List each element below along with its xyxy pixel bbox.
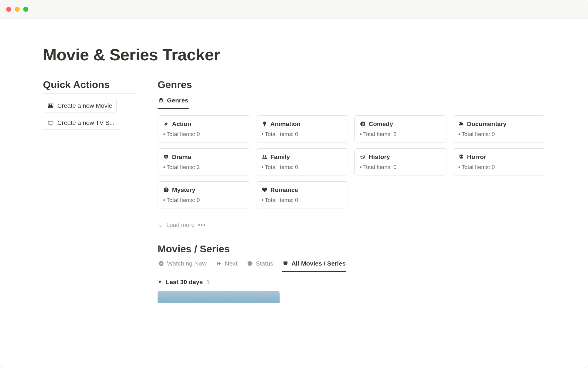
genre-name: Comedy [369, 120, 393, 127]
balloon-icon [262, 121, 268, 127]
genre-name: Family [270, 153, 290, 160]
genre-meta: • Total Items: 2 [360, 131, 441, 137]
mask-icon [163, 154, 169, 160]
genre-name: Documentary [467, 120, 507, 127]
genre-card-comedy[interactable]: Comedy • Total Items: 2 [354, 115, 447, 142]
tab-next[interactable]: Next [216, 257, 238, 272]
genre-meta: • Total Items: 0 [360, 164, 441, 170]
skull-icon [458, 154, 464, 160]
tab-genres-label: Genres [167, 97, 188, 104]
genre-name: Mystery [172, 186, 195, 193]
gallery-card[interactable] [158, 291, 280, 303]
genre-name: Horror [467, 153, 486, 160]
create-tv-series-label: Create a new TV S... [57, 119, 115, 126]
genre-name: Animation [270, 120, 301, 127]
create-movie-button[interactable]: Create a new Movie [43, 99, 117, 112]
camera-icon [458, 121, 464, 127]
genre-name: History [369, 153, 390, 160]
tab-label: Status [256, 260, 273, 267]
main-column: Genres Genres Action [158, 79, 545, 303]
play-icon [158, 261, 164, 266]
mask-icon [283, 261, 288, 266]
genre-card-romance[interactable]: Romance • Total Items: 0 [256, 181, 349, 208]
page-title: Movie & Series Tracker [43, 45, 545, 64]
genre-grid: Action • Total Items: 0 Animation • Tota… [158, 115, 545, 215]
smile-icon [360, 121, 366, 127]
create-tv-series-button[interactable]: Create a new TV S... [43, 116, 122, 130]
genres-section: Genres Genres Action [158, 79, 545, 237]
bolt-icon [163, 121, 169, 127]
load-more-label: Load more [166, 222, 195, 228]
genre-meta: • Total Items: 0 [163, 131, 245, 137]
group-header-last-30-days[interactable]: ▼ Last 30 days 1 [158, 279, 545, 286]
genre-meta: • Total Items: 0 [262, 164, 343, 170]
people-icon [262, 154, 268, 160]
heart-icon [262, 187, 268, 193]
layers-icon [158, 97, 164, 103]
load-more-button[interactable]: Load more ••• [158, 221, 545, 237]
genre-card-mystery[interactable]: Mystery • Total Items: 0 [158, 181, 250, 208]
ellipsis-icon: ••• [198, 222, 206, 228]
tab-label: All Movies / Series [291, 260, 345, 267]
genre-card-history[interactable]: History • Total Items: 0 [354, 148, 447, 175]
page-content: Movie & Series Tracker Quick Actions Cre… [0, 19, 588, 303]
svg-point-0 [248, 261, 252, 266]
tab-all-movies-series[interactable]: All Movies / Series [282, 257, 346, 272]
window-controls [6, 7, 28, 12]
dashed-circle-icon [247, 261, 253, 266]
genre-meta: • Total Items: 0 [458, 164, 540, 170]
quick-actions-section: Quick Actions Create a new Movie Create … [43, 79, 137, 303]
tab-label: Watching Now [167, 260, 207, 267]
tab-genres[interactable]: Genres [158, 94, 189, 109]
genre-card-action[interactable]: Action • Total Items: 0 [158, 115, 250, 142]
genre-name: Romance [270, 186, 298, 193]
create-movie-label: Create a new Movie [57, 102, 112, 109]
tab-status[interactable]: Status [246, 257, 274, 272]
movies-series-heading: Movies / Series [158, 243, 545, 255]
app-window: Movie & Series Tracker Quick Actions Cre… [0, 0, 588, 368]
tab-watching-now[interactable]: Watching Now [158, 257, 207, 272]
caret-down-icon: ▼ [158, 279, 162, 285]
quick-actions-heading: Quick Actions [43, 79, 137, 94]
question-icon [163, 187, 169, 193]
genre-name: Action [172, 120, 191, 127]
movies-tabbar: Watching Now Next Status All Movies [158, 257, 545, 272]
genre-name: Drama [172, 153, 191, 160]
genres-heading: Genres [158, 79, 545, 90]
close-window-button[interactable] [6, 7, 11, 12]
tab-label: Next [225, 260, 238, 267]
columns: Quick Actions Create a new Movie Create … [43, 79, 545, 303]
genre-meta: • Total Items: 2 [163, 164, 245, 170]
genre-meta: • Total Items: 0 [163, 197, 245, 203]
genre-meta: • Total Items: 0 [458, 131, 540, 137]
genre-card-animation[interactable]: Animation • Total Items: 0 [256, 115, 349, 142]
genre-meta: • Total Items: 0 [262, 197, 343, 203]
tv-icon [47, 120, 54, 126]
movies-series-section: Movies / Series Watching Now Next St [158, 243, 545, 303]
genre-card-horror[interactable]: Horror • Total Items: 0 [453, 148, 545, 175]
minimize-window-button[interactable] [15, 7, 20, 12]
genre-card-drama[interactable]: Drama • Total Items: 2 [158, 148, 250, 175]
genre-card-documentary[interactable]: Documentary • Total Items: 0 [453, 115, 545, 142]
group-label: Last 30 days [166, 279, 203, 286]
group-count: 1 [206, 279, 210, 286]
genre-meta: • Total Items: 0 [262, 131, 343, 137]
film-icon [47, 102, 54, 109]
genre-card-family[interactable]: Family • Total Items: 0 [256, 148, 349, 175]
forward-icon [216, 261, 222, 266]
titlebar [0, 0, 588, 19]
arrow-down-icon [158, 223, 163, 228]
maximize-window-button[interactable] [23, 7, 28, 12]
genres-tabbar: Genres [158, 94, 545, 109]
history-icon [360, 154, 366, 160]
